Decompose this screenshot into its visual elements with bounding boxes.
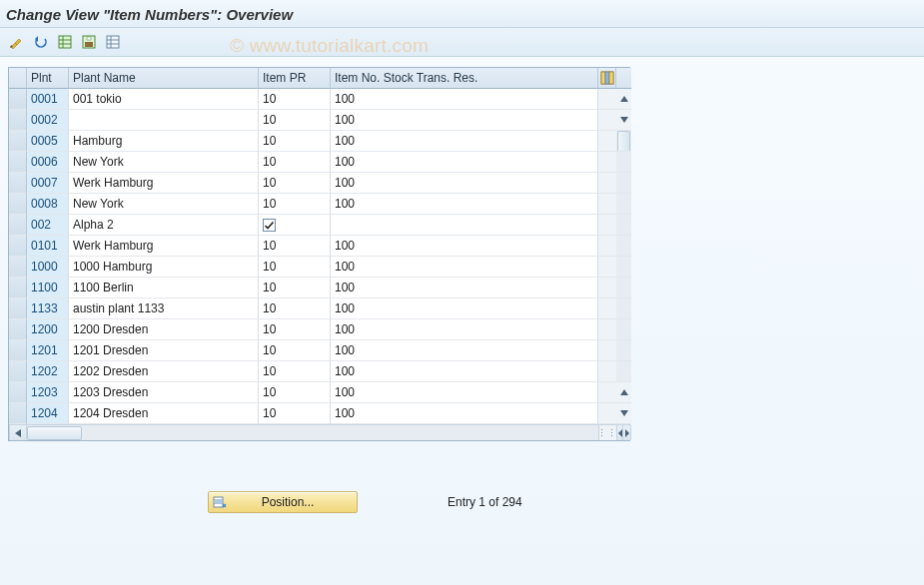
row-selector[interactable]	[9, 403, 27, 424]
cell-item-pr[interactable]: 10	[259, 403, 331, 424]
cell-item-stock[interactable]: 100	[331, 110, 598, 131]
hscroll-thumb[interactable]	[27, 426, 82, 440]
row-selector[interactable]	[9, 236, 27, 257]
toolbar-select-all-button[interactable]	[54, 32, 76, 52]
cell-plant-name[interactable]: 1000 Hamburg	[69, 257, 259, 278]
cell-plant-name[interactable]: austin plant 1133	[69, 298, 259, 319]
row-selector[interactable]	[9, 361, 27, 382]
vscroll-track[interactable]	[616, 298, 631, 319]
cell-plant-name[interactable]: Werk Hamburg	[69, 236, 259, 257]
column-header-item-pr[interactable]: Item PR	[259, 68, 331, 89]
cell-plant-name[interactable]: New York	[69, 194, 259, 215]
cell-plnt[interactable]: 1133	[27, 298, 69, 319]
vscroll-down-button[interactable]	[616, 110, 631, 131]
cell-plnt[interactable]: 002	[27, 215, 69, 236]
toolbar-undo-button[interactable]	[30, 32, 52, 52]
vscroll-up2-button[interactable]	[616, 382, 631, 403]
cell-plnt[interactable]: 0005	[27, 131, 69, 152]
cell-item-pr[interactable]: 10	[259, 236, 331, 257]
cell-item-pr[interactable]: 10	[259, 361, 331, 382]
cell-item-stock[interactable]: 100	[331, 382, 598, 403]
cell-item-stock[interactable]: 100	[331, 361, 598, 382]
hscroll-grip[interactable]: ⋮⋮	[598, 425, 614, 440]
toolbar-deselect-all-button[interactable]	[102, 32, 124, 52]
column-header-plnt[interactable]: Plnt	[27, 68, 69, 89]
cell-plant-name[interactable]: 1100 Berlin	[69, 278, 259, 298]
cell-item-stock[interactable]: 100	[331, 131, 598, 152]
vscroll-track[interactable]	[616, 278, 631, 298]
cell-item-stock[interactable]	[331, 215, 598, 236]
vscroll-track[interactable]	[616, 361, 631, 382]
position-button[interactable]: Position...	[208, 491, 358, 513]
cell-item-pr[interactable]: 10	[259, 194, 331, 215]
cell-plant-name[interactable]: 1201 Dresden	[69, 340, 259, 361]
cell-plant-name[interactable]	[69, 110, 259, 131]
cell-item-pr[interactable]: 10	[259, 382, 331, 403]
row-selector[interactable]	[9, 110, 27, 131]
column-header-item-stock[interactable]: Item No. Stock Trans. Res.	[331, 68, 598, 89]
cell-item-stock[interactable]: 100	[331, 173, 598, 194]
cell-plnt[interactable]: 1202	[27, 361, 69, 382]
row-selector[interactable]	[9, 89, 27, 110]
cell-plnt[interactable]: 1100	[27, 278, 69, 298]
column-header-selector[interactable]	[9, 68, 27, 89]
cell-item-pr[interactable]: 10	[259, 319, 331, 340]
vscroll-track[interactable]	[616, 173, 631, 194]
row-selector[interactable]	[9, 382, 27, 403]
vscroll-track[interactable]	[616, 257, 631, 278]
row-selector[interactable]	[9, 319, 27, 340]
hscroll-track[interactable]	[27, 425, 598, 440]
cell-item-stock[interactable]: 100	[331, 403, 598, 424]
cell-item-pr[interactable]	[259, 215, 331, 236]
cell-item-pr[interactable]: 10	[259, 298, 331, 319]
row-selector[interactable]	[9, 152, 27, 173]
hscroll-left2-button[interactable]	[616, 425, 623, 440]
row-selector[interactable]	[9, 340, 27, 361]
column-config-button[interactable]	[598, 68, 616, 89]
vscroll-track[interactable]	[616, 215, 631, 236]
hscroll-left-button[interactable]	[9, 425, 27, 440]
cell-plant-name[interactable]: 001 tokio	[69, 89, 259, 110]
cell-plnt[interactable]: 0101	[27, 236, 69, 257]
cell-plnt[interactable]: 1201	[27, 340, 69, 361]
cell-plant-name[interactable]: Werk Hamburg	[69, 173, 259, 194]
cell-plnt[interactable]: 1200	[27, 319, 69, 340]
cell-plant-name[interactable]: 1204 Dresden	[69, 403, 259, 424]
cell-plnt[interactable]: 0001	[27, 89, 69, 110]
row-selector[interactable]	[9, 257, 27, 278]
cell-item-stock[interactable]: 100	[331, 340, 598, 361]
cell-plant-name[interactable]: 1203 Dresden	[69, 382, 259, 403]
row-selector[interactable]	[9, 173, 27, 194]
vscroll-track[interactable]	[616, 236, 631, 257]
cell-item-pr[interactable]: 10	[259, 110, 331, 131]
cell-plant-name[interactable]: New York	[69, 152, 259, 173]
column-header-plant-name[interactable]: Plant Name	[69, 68, 259, 89]
cell-item-pr[interactable]: 10	[259, 131, 331, 152]
vscroll-down2-button[interactable]	[616, 403, 631, 424]
cell-plant-name[interactable]: 1202 Dresden	[69, 361, 259, 382]
hscroll-right-button[interactable]	[623, 425, 631, 440]
row-selector[interactable]	[9, 278, 27, 298]
cell-item-pr[interactable]: 10	[259, 89, 331, 110]
cell-plnt[interactable]: 0007	[27, 173, 69, 194]
cell-plant-name[interactable]: 1200 Dresden	[69, 319, 259, 340]
vscroll-track[interactable]	[616, 319, 631, 340]
cell-plnt[interactable]: 0006	[27, 152, 69, 173]
cell-item-pr[interactable]: 10	[259, 152, 331, 173]
row-selector[interactable]	[9, 194, 27, 215]
cell-item-stock[interactable]: 100	[331, 319, 598, 340]
cell-plant-name[interactable]: Hamburg	[69, 131, 259, 152]
cell-plnt[interactable]: 1203	[27, 382, 69, 403]
vscroll-track[interactable]	[616, 340, 631, 361]
cell-item-stock[interactable]: 100	[331, 236, 598, 257]
cell-plnt[interactable]: 0008	[27, 194, 69, 215]
cell-item-stock[interactable]: 100	[331, 257, 598, 278]
cell-item-pr[interactable]: 10	[259, 257, 331, 278]
cell-plnt[interactable]: 0002	[27, 110, 69, 131]
row-selector[interactable]	[9, 131, 27, 152]
toolbar-change-button[interactable]	[6, 32, 28, 52]
vscroll-thumb[interactable]	[616, 131, 631, 152]
cell-plnt[interactable]: 1204	[27, 403, 69, 424]
toolbar-save-button[interactable]	[78, 32, 100, 52]
cell-item-pr[interactable]: 10	[259, 340, 331, 361]
